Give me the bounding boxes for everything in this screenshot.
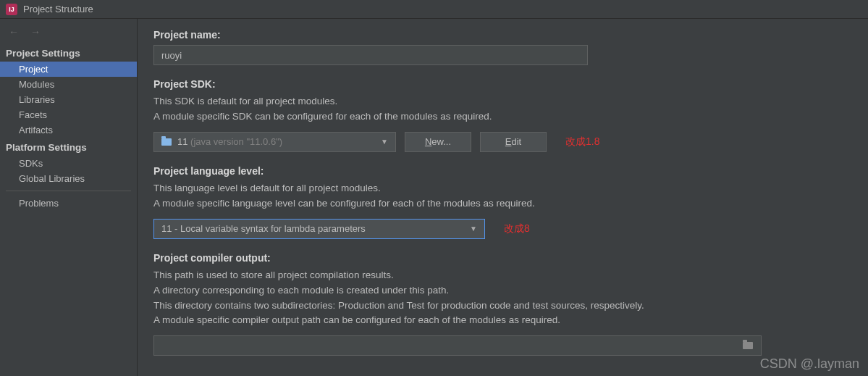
folder-icon [161, 138, 172, 146]
compiler-output-desc3: This directory contains two subdirectori… [153, 298, 852, 314]
sdk-annotation: 改成1.8 [565, 135, 599, 149]
browse-folder-icon[interactable] [743, 342, 753, 349]
project-sdk-selected: 11 (java version "11.0.6") [177, 136, 381, 147]
project-sdk-desc1: This SDK is default for all project modu… [153, 94, 852, 109]
project-name-label: Project name: [153, 29, 852, 41]
sidebar-section-platform-settings: Platform Settings [0, 138, 137, 156]
project-sdk-dropdown[interactable]: 11 (java version "11.0.6") ▼ [153, 132, 396, 152]
sidebar-item-facets[interactable]: Facets [0, 107, 137, 122]
app-icon: IJ [6, 4, 17, 15]
compiler-output-input[interactable] [153, 335, 762, 356]
main-panel: Project name: Project SDK: This SDK is d… [138, 19, 868, 376]
compiler-output-label: Project compiler output: [153, 252, 852, 264]
titlebar: IJ Project Structure [0, 0, 868, 19]
watermark: CSDN @.layman [760, 356, 859, 372]
back-arrow-icon[interactable]: ← [9, 26, 19, 38]
language-level-dropdown[interactable]: 11 - Local variable syntax for lambda pa… [153, 219, 485, 239]
chevron-down-icon: ▼ [470, 225, 477, 233]
new-sdk-button[interactable]: New... [405, 132, 471, 152]
sidebar-section-project-settings: Project Settings [0, 43, 137, 62]
compiler-output-desc4: A module specific compiler output path c… [153, 313, 852, 328]
language-level-annotation: 改成8 [504, 222, 530, 235]
project-name-input[interactable] [153, 45, 588, 65]
compiler-output-desc2: A directory corresponding to each module… [153, 283, 852, 298]
sidebar-item-sdks[interactable]: SDKs [0, 156, 137, 171]
window-title: Project Structure [23, 4, 93, 14]
chevron-down-icon: ▼ [381, 138, 388, 146]
sidebar-item-project[interactable]: Project [0, 62, 137, 77]
edit-sdk-button[interactable]: Edit [480, 132, 547, 152]
sidebar-item-modules[interactable]: Modules [0, 77, 137, 92]
sidebar-item-problems[interactable]: Problems [0, 196, 137, 211]
project-sdk-desc2: A module specific SDK can be configured … [153, 109, 852, 125]
language-level-label: Project language level: [153, 165, 852, 177]
sidebar-item-libraries[interactable]: Libraries [0, 92, 137, 107]
forward-arrow-icon[interactable]: → [30, 26, 41, 38]
language-level-selected: 11 - Local variable syntax for lambda pa… [161, 223, 470, 234]
sidebar-divider [6, 191, 131, 191]
sidebar-item-artifacts[interactable]: Artifacts [0, 122, 137, 138]
project-sdk-label: Project SDK: [153, 78, 852, 90]
compiler-output-desc1: This path is used to store all project c… [153, 268, 852, 283]
sidebar: ← → Project Settings Project Modules Lib… [0, 19, 138, 376]
sidebar-item-global-libraries[interactable]: Global Libraries [0, 171, 137, 186]
language-level-desc2: A module specific language level can be … [153, 196, 852, 212]
language-level-desc1: This language level is default for all p… [153, 181, 852, 196]
